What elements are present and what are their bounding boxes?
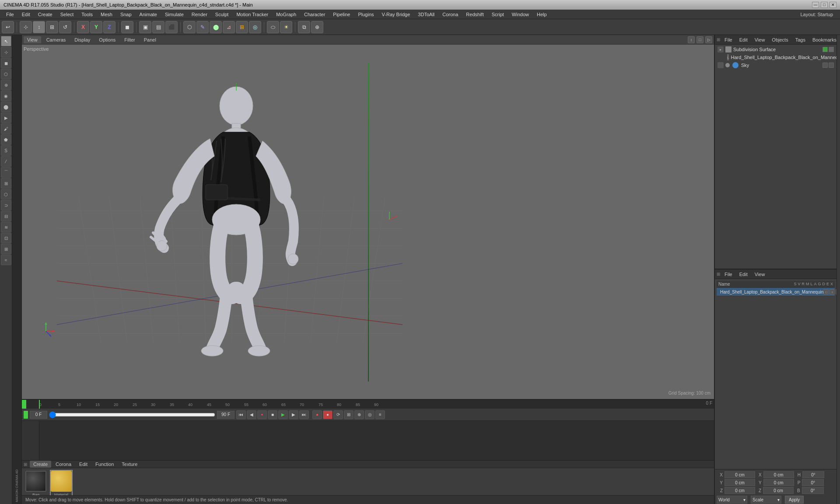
timeline-scrubber[interactable]	[49, 412, 215, 418]
tool-grid2[interactable]: ⊞	[1, 244, 11, 254]
coord-x-input[interactable]	[724, 471, 755, 478]
apply-button[interactable]: Apply	[785, 496, 804, 504]
minimize-button[interactable]: —	[812, 2, 819, 8]
play-button[interactable]: ▶	[278, 410, 288, 419]
obj-menu-tags[interactable]: Tags	[793, 36, 808, 43]
sky-expand[interactable]	[718, 62, 724, 68]
tool-extrude[interactable]: ⊞	[1, 178, 11, 189]
coord-x2-input[interactable]	[763, 471, 794, 478]
coord-b-input[interactable]	[802, 487, 824, 494]
close-button[interactable]: ✕	[830, 2, 836, 8]
tool-animate[interactable]: ▶	[1, 112, 11, 123]
coord-z2-input[interactable]	[763, 487, 794, 494]
menu-script[interactable]: Script	[488, 11, 508, 18]
timecode-btn[interactable]: ⊞	[344, 410, 354, 419]
menu-edit[interactable]: Edit	[18, 11, 34, 18]
spline-btn[interactable]: ✎	[196, 21, 209, 33]
prev-frame-button[interactable]: ◀	[247, 410, 256, 419]
menu-plugins[interactable]: Plugins	[354, 11, 377, 18]
attr-ctrl-1[interactable]: □	[823, 289, 829, 294]
sub-vis-off[interactable]	[829, 47, 834, 52]
tool-paint[interactable]: ⬟	[1, 134, 11, 145]
shader-btn[interactable]: ◎	[249, 21, 261, 33]
light-btn[interactable]: ☀	[280, 21, 292, 33]
coord-y2-input[interactable]	[763, 479, 794, 486]
world-dropdown[interactable]: World ▾	[717, 496, 747, 504]
coord-p-input[interactable]	[802, 479, 824, 486]
attr-row-mannequin[interactable]: Hard_Shell_Laptop_Backpack_Black_on_Mann…	[717, 288, 835, 296]
go-end-button[interactable]: ⏭	[299, 410, 309, 419]
tool-knife[interactable]: ∕	[1, 156, 11, 167]
vp-tab-view[interactable]: View	[24, 36, 41, 43]
vp-tab-cameras[interactable]: Cameras	[43, 36, 70, 43]
undo-button[interactable]: ↩	[2, 21, 14, 33]
playback-mode-btn[interactable]: ⟳	[333, 410, 343, 419]
sub-vis-on[interactable]	[822, 47, 828, 52]
rotate-tool[interactable]: ↺	[59, 21, 71, 33]
menu-motion-tracker[interactable]: Motion Tracker	[233, 11, 272, 18]
menu-3dtoall[interactable]: 3DToAll	[414, 11, 438, 18]
menu-select[interactable]: Select	[57, 11, 77, 18]
record-button[interactable]: ●	[257, 410, 267, 419]
object-mode-button[interactable]: ◼	[121, 21, 133, 33]
axis-x-button[interactable]: X	[77, 21, 89, 33]
menu-corona[interactable]: Corona	[439, 11, 462, 18]
stop-button[interactable]: ■	[268, 410, 277, 419]
render-btn[interactable]: ▣	[139, 21, 151, 33]
camera-btn[interactable]: ⬭	[267, 21, 279, 33]
menu-window[interactable]: Window	[508, 11, 532, 18]
obj-menu-edit[interactable]: Edit	[737, 36, 750, 43]
tool-move[interactable]: ⊹	[1, 47, 11, 57]
scale-tool[interactable]: ⊞	[46, 21, 58, 33]
anim-tracks[interactable]	[39, 421, 714, 460]
menu-render[interactable]: Render	[188, 11, 211, 18]
mat-tab-texture[interactable]: Texture	[118, 461, 141, 468]
move-tool[interactable]: ↕	[33, 21, 45, 33]
menu-simulate[interactable]: Simulate	[161, 11, 187, 18]
menu-mesh[interactable]: Mesh	[97, 11, 116, 18]
generator-btn[interactable]: ⊞	[236, 21, 248, 33]
menu-vray[interactable]: V-Ray Bridge	[378, 11, 414, 18]
coord-y-input[interactable]	[724, 479, 755, 486]
mat-tab-create[interactable]: Create	[30, 461, 51, 468]
param-btn[interactable]: ≡	[375, 410, 385, 419]
menu-pipeline[interactable]: Pipeline	[329, 11, 354, 18]
tool-scene[interactable]: ⬤	[1, 102, 11, 112]
cube-btn[interactable]: ⬡	[183, 21, 196, 33]
menu-snap[interactable]: Snap	[117, 11, 135, 18]
attr-menu-file[interactable]: File	[722, 271, 735, 278]
mat-tab-edit[interactable]: Edit	[76, 461, 91, 468]
render-region-btn[interactable]: ▤	[152, 21, 164, 33]
material-bag[interactable]: Bag	[25, 471, 46, 497]
end-frame-input[interactable]	[217, 411, 234, 419]
tool-wire[interactable]: ⊡	[1, 233, 11, 243]
obj-menu-objects[interactable]: Objects	[769, 36, 791, 43]
attr-ctrl-2[interactable]: ○	[830, 289, 835, 294]
menu-tools[interactable]: Tools	[78, 11, 96, 18]
motion-blur-btn[interactable]: ⊕	[354, 410, 364, 419]
axis-y-button[interactable]: Y	[90, 21, 102, 33]
tool-model[interactable]: ◼	[1, 58, 11, 68]
vp-tab-options[interactable]: Options	[95, 36, 119, 43]
tool-poly[interactable]: ⬡	[1, 189, 11, 200]
menu-help[interactable]: Help	[533, 11, 550, 18]
window-controls[interactable]: — □ ✕	[812, 2, 836, 8]
mat-tab-function[interactable]: Function	[92, 461, 117, 468]
menu-file[interactable]: File	[3, 11, 18, 18]
scrubber-bar[interactable]: 0 5 10 15 20 25 30 35 40 45 50 55 60 65 …	[22, 400, 714, 409]
coord-h-input[interactable]	[802, 471, 824, 478]
tool-texture[interactable]: ⬡	[1, 69, 11, 79]
vp-tab-display[interactable]: Display	[71, 36, 94, 43]
nurbs-btn[interactable]: ⬤	[210, 21, 222, 33]
viewport-render-icon[interactable]: ▷	[705, 36, 712, 43]
viewport-3d[interactable]: Perspective	[22, 45, 714, 399]
tool-axis[interactable]: ⊕	[1, 80, 11, 90]
bag-swatch[interactable]	[25, 471, 46, 492]
scale-dropdown[interactable]: Scale ▾	[751, 496, 781, 504]
tool-sculpt[interactable]: S	[1, 145, 11, 156]
subdivision-expand[interactable]: ▸	[718, 46, 724, 52]
viewport-maximize-icon[interactable]: □	[696, 36, 704, 43]
obj-menu-bookmarks[interactable]: Bookmarks	[810, 36, 839, 43]
coord-z-input[interactable]	[724, 487, 755, 494]
sky-ctrl-2[interactable]	[829, 63, 834, 68]
